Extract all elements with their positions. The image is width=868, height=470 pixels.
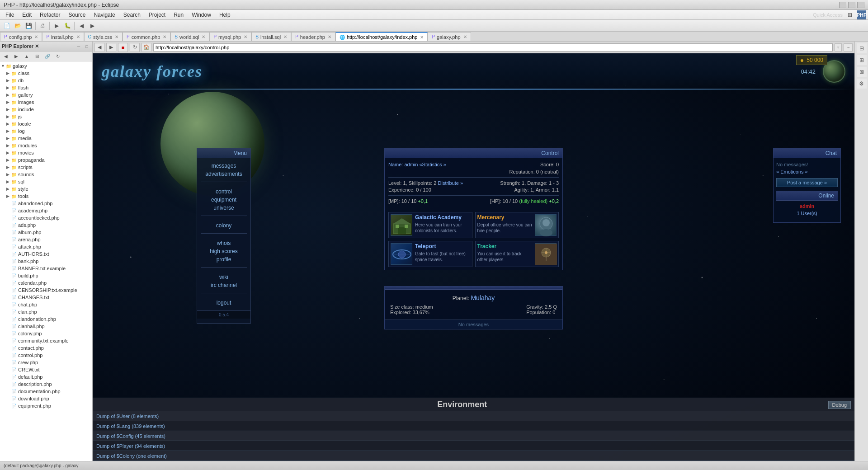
tree-item-download-php[interactable]: ▶ 📄 download.php <box>0 395 92 402</box>
tab-galaxy-index[interactable]: 🌐 http://localhost/galaxy/index.php ✕ <box>335 32 428 41</box>
tree-item-clandonation-php[interactable]: ▶ 📄 clandonation.php <box>0 315 92 323</box>
statistics-link[interactable]: «Statistics » <box>420 162 446 167</box>
tab-world-sql[interactable]: S world.sql ✕ <box>170 32 209 41</box>
dump-colony[interactable]: Dump of $Colony (one element) <box>96 453 167 459</box>
forward-history[interactable]: ▶ <box>87 21 97 31</box>
tree-item-propaganda[interactable]: ▶ 📁 propaganda <box>0 156 92 164</box>
tree-item-arena-php[interactable]: ▶ 📄 arena.php <box>0 236 92 243</box>
tree-item-js[interactable]: ▶ 📁 js <box>0 113 92 120</box>
tab-close-icon[interactable]: ✕ <box>76 34 80 39</box>
menu-link-colony[interactable]: colony <box>197 221 250 230</box>
php-perspective-button[interactable]: PHP <box>857 10 866 19</box>
tree-item-colony-php[interactable]: ▶ 📄 colony.php <box>0 330 92 337</box>
tree-item-db[interactable]: ▶ 📁 db <box>0 77 92 84</box>
go-button[interactable]: → <box>844 43 853 52</box>
tab-close-icon[interactable]: ✕ <box>283 34 287 39</box>
tab-mysql-php[interactable]: P mysql.php ✕ <box>209 32 251 41</box>
tab-close-icon[interactable]: ✕ <box>463 34 467 39</box>
open-button[interactable]: 📂 <box>13 21 23 31</box>
forward-btn[interactable]: ▶ <box>11 52 21 61</box>
menu-link-logout[interactable]: logout <box>197 299 250 307</box>
dump-config[interactable]: Dump of $Config (45 elements) <box>96 433 165 439</box>
tab-common-php[interactable]: P common.php ✕ <box>123 32 170 41</box>
menu-help[interactable]: Help <box>216 11 234 19</box>
tree-item-galaxy[interactable]: ▼ 📁 galaxy <box>0 62 92 70</box>
close-button[interactable]: ✕ <box>857 2 864 8</box>
tree-item-abandoned-php[interactable]: ▶ 📄 abandoned.php <box>0 200 92 207</box>
right-panel-btn-1[interactable]: ⊟ <box>857 43 867 53</box>
tree-item-authors-txt[interactable]: ▶ 📄 AUTHORS.txt <box>0 250 92 258</box>
maximize-button[interactable]: □ <box>848 2 855 8</box>
back-btn[interactable]: ◀ <box>94 43 104 52</box>
debug-button[interactable]: 🐛 <box>62 21 72 31</box>
tree-item-modules[interactable]: ▶ 📁 modules <box>0 142 92 149</box>
refresh-btn[interactable]: ↻ <box>53 52 63 61</box>
dump-lang[interactable]: Dump of $Lang (839 elements) <box>96 423 165 429</box>
explorer-minimize[interactable]: ─ <box>75 43 82 50</box>
tree-item-build-php[interactable]: ▶ 📄 build.php <box>0 272 92 279</box>
menu-project[interactable]: Project <box>145 11 169 19</box>
tree-item-sounds[interactable]: ▶ 📁 sounds <box>0 171 92 178</box>
new-button[interactable]: 📄 <box>2 21 12 31</box>
tree-item-crew-txt[interactable]: ▶ 📄 CREW.txt <box>0 366 92 373</box>
tree-item-style[interactable]: ▶ 📁 style <box>0 185 92 193</box>
tab-close-icon[interactable]: ✕ <box>34 34 38 39</box>
feature-card-tracker[interactable]: Tracker You can use it to track other pl… <box>475 241 559 267</box>
tree-item-media[interactable]: ▶ 📁 media <box>0 135 92 142</box>
tree-item-sql[interactable]: ▶ 📁 sql <box>0 178 92 185</box>
tree-item-movies[interactable]: ▶ 📁 movies <box>0 149 92 156</box>
tree-item-ads-php[interactable]: ▶ 📄 ads.php <box>0 221 92 229</box>
tree-item-include[interactable]: ▶ 📁 include <box>0 106 92 113</box>
refresh-btn[interactable]: ↻ <box>130 43 140 52</box>
tree-item-bank-php[interactable]: ▶ 📄 bank.php <box>0 258 92 265</box>
menu-link-whois[interactable]: whois <box>197 239 250 247</box>
debug-button[interactable]: Debug <box>828 401 851 409</box>
right-panel-btn-3[interactable]: ⊠ <box>857 67 867 77</box>
tree-item-academy-php[interactable]: ▶ 📄 academy.php <box>0 207 92 214</box>
tree-item-album-php[interactable]: ▶ 📄 album.php <box>0 229 92 236</box>
dump-player[interactable]: Dump of $Player (94 elements) <box>96 443 165 449</box>
distribute-link[interactable]: Distribute » <box>438 180 463 186</box>
dump-user[interactable]: Dump of $User (8 elements) <box>96 414 159 419</box>
menu-search[interactable]: Search <box>120 11 144 19</box>
tab-close-icon[interactable]: ✕ <box>328 34 331 39</box>
menu-link-highscores[interactable]: high scores <box>197 247 250 255</box>
tab-galaxy-php[interactable]: P galaxy.php ✕ <box>428 32 471 41</box>
tree-item-class[interactable]: ▶ 📁 class <box>0 70 92 77</box>
save-button[interactable]: 💾 <box>24 21 33 31</box>
url-input[interactable] <box>153 43 833 52</box>
menu-link-irc[interactable]: irc channel <box>197 281 250 289</box>
emoticons-link[interactable]: » Emoticons « <box>776 169 838 174</box>
tree-item-description-php[interactable]: ▶ 📄 description.php <box>0 381 92 388</box>
tree-item-contact-php[interactable]: ▶ 📄 contact.php <box>0 344 92 352</box>
collapse-btn[interactable]: ⊟ <box>32 52 42 61</box>
tab-install-php[interactable]: P install.php ✕ <box>42 32 84 41</box>
tree-item-clanhall-php[interactable]: ▶ 📄 clanhall.php <box>0 323 92 330</box>
home-btn[interactable]: 🏠 <box>142 43 151 52</box>
perspective-button[interactable]: ⊞ <box>845 10 854 19</box>
tree-item-tools[interactable]: ▶ 📁 tools <box>0 193 92 200</box>
run-button[interactable]: ▶ <box>52 21 61 31</box>
tree-item-banner-txt[interactable]: ▶ 📄 BANNER.txt.example <box>0 265 92 272</box>
tree-item-accountlocked[interactable]: ▶ 📄 accountlocked.php <box>0 214 92 221</box>
tree-item-documentation-php[interactable]: ▶ 📄 documentation.php <box>0 388 92 395</box>
tree-item-community-txt[interactable]: ▶ 📄 community.txt.example <box>0 337 92 344</box>
tab-close-icon[interactable]: ✕ <box>420 35 424 40</box>
link-btn[interactable]: 🔗 <box>42 52 52 61</box>
menu-file[interactable]: File <box>2 11 18 19</box>
tree-item-flash[interactable]: ▶ 📁 flash <box>0 84 92 91</box>
tree-item-locale[interactable]: ▶ 📁 locale <box>0 120 92 127</box>
tab-config-php[interactable]: P config.php ✕ <box>0 32 42 41</box>
right-panel-btn-2[interactable]: ⊞ <box>857 55 867 65</box>
menu-navigate[interactable]: Navigate <box>90 11 118 19</box>
menu-window[interactable]: Window <box>188 11 215 19</box>
tab-close-icon[interactable]: ✕ <box>163 34 166 39</box>
tree-item-clan-php[interactable]: ▶ 📄 clan.php <box>0 308 92 315</box>
menu-run[interactable]: Run <box>170 11 187 19</box>
tab-install-sql[interactable]: S install.sql ✕ <box>251 32 291 41</box>
feature-card-mercenary[interactable]: Mercenary Depot office where you can hir… <box>475 212 559 238</box>
menu-refactor[interactable]: Refactor <box>36 11 64 19</box>
print-button[interactable]: 🖨 <box>38 21 47 31</box>
feature-card-teleport[interactable]: Teleport Gate to fast (but not free) spa… <box>388 241 472 267</box>
tree-item-images[interactable]: ▶ 📁 images <box>0 99 92 106</box>
